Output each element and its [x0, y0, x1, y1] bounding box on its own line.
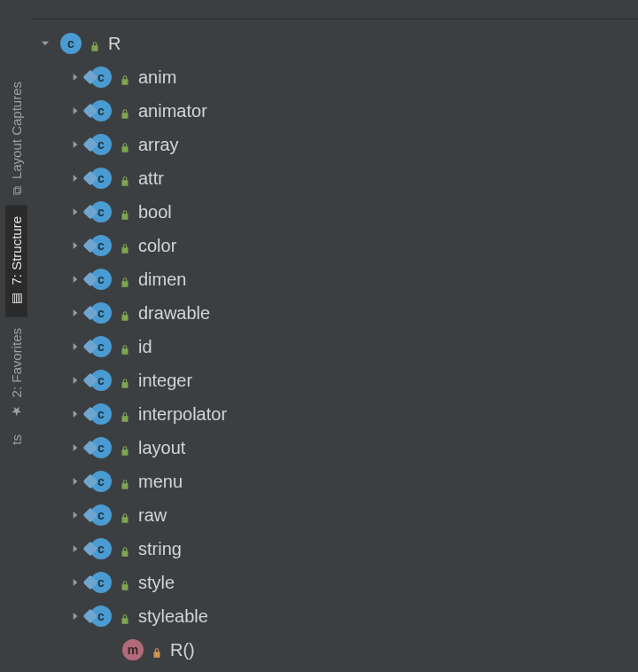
chevron-right-icon[interactable] — [67, 238, 83, 254]
tree-node-menu[interactable]: c menu — [35, 465, 638, 498]
tree-node-method[interactable]: m R() — [35, 633, 638, 667]
rail-tab-partial[interactable]: ts — [5, 429, 27, 450]
node-label: attr — [138, 168, 164, 189]
tree-node-integer[interactable]: c integer — [35, 363, 638, 397]
class-icon: c — [90, 504, 112, 526]
node-label: id — [138, 337, 152, 357]
node-label: style — [138, 573, 175, 593]
lock-icon — [119, 138, 131, 151]
tree-node-dimen[interactable]: c dimen — [35, 262, 638, 296]
tree-children: c anim c animator c array c attr — [35, 60, 638, 633]
chevron-down-icon[interactable] — [37, 35, 53, 51]
chevron-right-icon[interactable] — [67, 608, 83, 624]
class-icon: c — [90, 437, 112, 458]
lock-icon — [119, 340, 131, 353]
class-icon: c — [90, 336, 112, 357]
tree-node-styleable[interactable]: c styleable — [35, 599, 638, 633]
lock-icon — [119, 273, 131, 285]
node-label: interpolator — [138, 404, 227, 425]
tree-node-string[interactable]: c string — [35, 532, 638, 566]
node-label: bool — [138, 202, 172, 223]
rail-tab-favorites[interactable]: ★ 2: Favorites — [5, 317, 27, 429]
class-icon: c — [90, 201, 112, 223]
structure-panel: c R c anim c animator c — [32, 0, 638, 672]
tree-node-drawable[interactable]: c drawable — [35, 296, 638, 330]
chevron-right-icon[interactable] — [67, 406, 83, 422]
class-icon: c — [90, 572, 112, 593]
class-icon: c — [90, 134, 112, 155]
class-icon: c — [60, 33, 82, 54]
chevron-right-icon[interactable] — [67, 204, 83, 220]
chevron-right-icon[interactable] — [67, 440, 83, 456]
tree-node-style[interactable]: c style — [35, 566, 638, 599]
node-label: string — [138, 539, 182, 559]
tree-node-animator[interactable]: c animator — [35, 94, 638, 128]
rail-tab-label: ts — [9, 434, 24, 445]
class-icon: c — [90, 66, 112, 88]
lock-icon — [119, 475, 131, 488]
tree-node-root[interactable]: c R — [35, 27, 638, 60]
rail-tab-label: 2: Favorites — [9, 328, 24, 397]
class-icon: c — [90, 235, 112, 256]
left-tool-rail: ⧉ Layout Captures ▥ 7: Structure ★ 2: Fa… — [0, 0, 32, 672]
tree-node-attr[interactable]: c attr — [35, 161, 638, 195]
lock-icon — [119, 206, 131, 218]
class-icon: c — [90, 403, 112, 425]
chevron-right-icon[interactable] — [67, 69, 83, 85]
node-label: layout — [138, 438, 185, 458]
chevron-right-icon[interactable] — [67, 574, 83, 590]
node-label: array — [138, 135, 179, 155]
node-label: drawable — [138, 303, 210, 324]
layout-captures-icon: ⧉ — [9, 186, 23, 195]
rail-tab-layout-captures[interactable]: ⧉ Layout Captures — [5, 71, 27, 206]
structure-toolbar — [32, 0, 638, 20]
structure-icon: ▥ — [9, 293, 23, 307]
node-label: menu — [138, 472, 183, 492]
class-icon: c — [90, 100, 112, 121]
tree-node-id[interactable]: c id — [35, 330, 638, 363]
class-icon: c — [90, 538, 112, 559]
structure-tree[interactable]: c R c anim c animator c — [32, 20, 638, 672]
lock-icon — [119, 374, 131, 387]
tree-node-layout[interactable]: c layout — [35, 431, 638, 465]
chevron-right-icon[interactable] — [67, 170, 83, 186]
lock-icon — [119, 307, 131, 319]
lock-icon — [119, 441, 131, 454]
lock-icon — [119, 408, 131, 420]
chevron-right-icon[interactable] — [67, 137, 83, 152]
node-label: color — [138, 236, 176, 256]
lock-icon — [119, 509, 131, 521]
chevron-right-icon[interactable] — [67, 473, 83, 489]
rail-tab-label: Layout Captures — [9, 82, 24, 179]
node-label: dimen — [138, 270, 186, 290]
lock-icon — [119, 239, 131, 252]
tree-node-array[interactable]: c array — [35, 128, 638, 161]
lock-icon — [119, 71, 131, 83]
chevron-right-icon[interactable] — [67, 305, 83, 321]
rail-tab-structure[interactable]: ▥ 7: Structure — [5, 206, 27, 317]
lock-icon — [89, 37, 101, 50]
tree-node-raw[interactable]: c raw — [35, 498, 638, 532]
chevron-right-icon[interactable] — [67, 103, 83, 119]
tree-node-bool[interactable]: c bool — [35, 195, 638, 229]
lock-icon — [119, 172, 131, 184]
node-label: raw — [138, 505, 167, 526]
node-label: animator — [138, 101, 207, 121]
class-icon: c — [90, 269, 112, 290]
tree-node-interpolator[interactable]: c interpolator — [35, 397, 638, 431]
chevron-right-icon[interactable] — [67, 507, 83, 523]
chevron-right-icon[interactable] — [67, 271, 83, 287]
tree-node-anim[interactable]: c anim — [35, 60, 638, 94]
node-label: anim — [138, 67, 176, 88]
lock-icon — [119, 576, 131, 589]
class-icon: c — [90, 471, 112, 492]
class-icon: c — [90, 606, 112, 627]
chevron-right-icon[interactable] — [67, 541, 83, 557]
node-label: R — [108, 34, 121, 54]
class-icon: c — [90, 370, 112, 391]
chevron-right-icon[interactable] — [67, 372, 83, 388]
lock-icon — [151, 644, 163, 656]
method-icon: m — [122, 639, 144, 660]
chevron-right-icon[interactable] — [67, 339, 83, 355]
tree-node-color[interactable]: c color — [35, 229, 638, 262]
